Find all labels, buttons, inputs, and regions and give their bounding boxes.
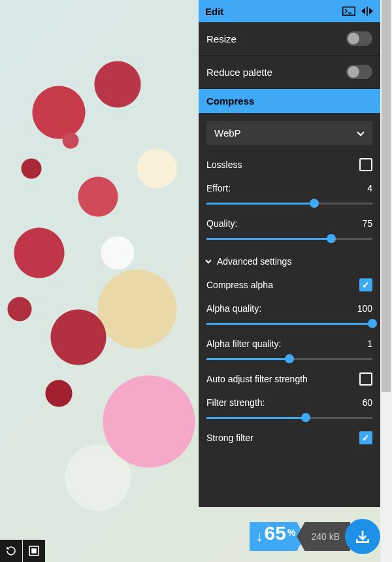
scrollbar-thumb[interactable] xyxy=(382,0,391,392)
compress-section-header: Compress xyxy=(199,89,380,113)
effort-value: 4 xyxy=(367,183,372,193)
chevron-down-icon xyxy=(357,127,365,139)
alpha-quality-value: 100 xyxy=(357,303,372,314)
resize-row: Resize xyxy=(199,22,380,56)
alpha-quality-slider-block: Alpha quality: 100 xyxy=(199,297,380,332)
reduce-palette-toggle[interactable] xyxy=(346,65,372,79)
bottom-left-toolbar xyxy=(0,540,45,562)
reduction-badge: ↓ 65 % xyxy=(250,522,305,551)
arrow-down-icon: ↓ xyxy=(256,528,263,545)
download-button[interactable] xyxy=(345,519,380,554)
compare-toggle-icon[interactable] xyxy=(361,6,374,16)
format-select[interactable]: WebP xyxy=(206,121,372,145)
compress-alpha-checkbox[interactable] xyxy=(359,278,372,291)
auto-filter-row: Auto adjust filter strength xyxy=(199,367,380,391)
strong-filter-row: Strong filter xyxy=(199,426,380,450)
effort-label: Effort: xyxy=(206,183,231,193)
background-toggle-button[interactable] xyxy=(23,540,45,562)
svg-rect-3 xyxy=(32,549,36,553)
svg-rect-1 xyxy=(367,7,368,16)
svg-rect-0 xyxy=(343,7,355,16)
quality-slider[interactable] xyxy=(206,234,372,243)
reduce-palette-label: Reduce palette xyxy=(206,67,272,78)
resize-label: Resize xyxy=(206,33,237,44)
strong-filter-label: Strong filter xyxy=(206,433,253,443)
reduction-value: 65 xyxy=(265,522,286,544)
alpha-filter-label: Alpha filter quality: xyxy=(206,339,281,349)
auto-filter-label: Auto adjust filter strength xyxy=(206,374,308,384)
quality-label: Quality: xyxy=(206,218,237,229)
alpha-filter-value: 1 xyxy=(367,339,372,349)
filter-strength-slider-block: Filter strength: 60 xyxy=(199,391,380,426)
effort-slider-block: Effort: 4 xyxy=(199,176,380,212)
output-bar: ↓ 65 % 240 kB xyxy=(250,519,380,554)
filter-strength-slider[interactable] xyxy=(206,413,372,422)
filesize-badge: 240 kB xyxy=(297,522,350,551)
panel-title: Edit xyxy=(205,6,337,17)
quality-slider-block: Quality: 75 xyxy=(199,212,380,247)
alpha-quality-label: Alpha quality: xyxy=(206,303,261,314)
filter-strength-value: 60 xyxy=(362,397,372,408)
lossless-row: Lossless xyxy=(199,153,380,176)
cli-icon[interactable] xyxy=(342,6,355,16)
alpha-filter-slider-block: Alpha filter quality: 1 xyxy=(199,332,380,367)
page-scrollbar[interactable] xyxy=(380,0,392,562)
strong-filter-checkbox[interactable] xyxy=(359,431,372,444)
lossless-checkbox[interactable] xyxy=(359,158,372,171)
compress-alpha-label: Compress alpha xyxy=(206,280,273,290)
format-value: WebP xyxy=(214,127,241,139)
auto-filter-checkbox[interactable] xyxy=(359,372,372,386)
alpha-quality-slider[interactable] xyxy=(206,319,372,328)
reduction-unit: % xyxy=(287,527,295,538)
reduce-palette-row: Reduce palette xyxy=(199,56,380,89)
settings-panel: Edit Resize Reduce palette Compress WebP xyxy=(199,0,380,507)
panel-header: Edit xyxy=(199,0,380,22)
effort-slider[interactable] xyxy=(206,199,372,208)
chevron-down-icon xyxy=(205,257,212,266)
advanced-settings-toggle[interactable]: Advanced settings xyxy=(199,247,380,273)
quality-value: 75 xyxy=(362,218,372,229)
filter-strength-label: Filter strength: xyxy=(206,397,265,408)
lossless-label: Lossless xyxy=(206,159,242,170)
resize-toggle[interactable] xyxy=(346,31,372,46)
alpha-filter-slider[interactable] xyxy=(206,354,372,363)
rotate-button[interactable] xyxy=(0,540,22,562)
compress-alpha-row: Compress alpha xyxy=(199,273,380,297)
advanced-label: Advanced settings xyxy=(217,256,291,267)
